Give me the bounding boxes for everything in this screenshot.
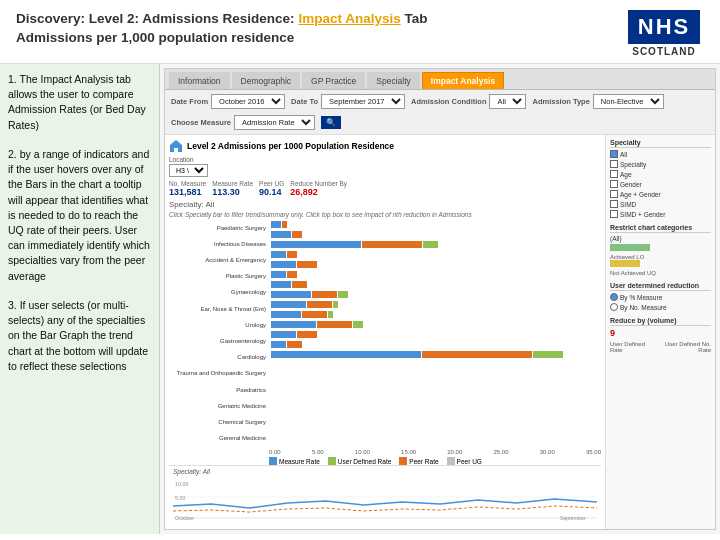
age-text: Age — [620, 171, 632, 178]
stats-row: No. Measure 131,581 Measure Rate 113.30 … — [169, 180, 601, 197]
reduce-by-title: Reduce by (volume) — [610, 317, 711, 326]
tab-gp-practice[interactable]: GP Practice — [302, 72, 365, 89]
bar-row-9[interactable] — [271, 310, 601, 319]
age-gender-checkbox[interactable] — [610, 190, 618, 198]
measure-label: Choose Measure — [171, 118, 231, 127]
achieved-lo-bar — [610, 244, 650, 251]
specialty-specialty-checkbox[interactable] — [610, 160, 618, 168]
measure-bar-3 — [271, 251, 286, 258]
bar-row-0[interactable] — [271, 220, 601, 229]
legend-peer-ug-label: Peer UG — [457, 458, 482, 465]
legend-udr: User Defined Rate — [328, 457, 391, 465]
by-measure-item[interactable]: By % Measure — [610, 293, 711, 301]
bar-row-4[interactable] — [271, 260, 601, 269]
date-to-label: Date To — [291, 97, 318, 106]
measure-bar-7 — [271, 291, 311, 298]
specialty-item[interactable]: Specialty — [610, 160, 711, 168]
title-highlight: Impact Analysis — [298, 11, 400, 26]
dashboard-controls: Date From October 2016 Date To September… — [165, 90, 715, 135]
achieved-lo-item[interactable] — [610, 244, 711, 252]
bar-label-7: Gastroenterology — [169, 338, 269, 345]
date-from-select[interactable]: October 2016 — [211, 94, 285, 109]
bar-row-11[interactable] — [271, 330, 601, 339]
age-gender-item[interactable]: Age + Gender — [610, 190, 711, 198]
measure-rate-stat: Measure Rate 113.30 — [212, 180, 253, 197]
by-no-measure-text: By No. Measure — [620, 304, 667, 311]
by-no-measure-item[interactable]: By No. Measure — [610, 303, 711, 311]
measure-bar-13 — [271, 351, 421, 358]
bar-label-6: Urology — [169, 322, 269, 329]
bar-row-5[interactable] — [271, 270, 601, 279]
reduce-value: 9 — [610, 328, 615, 338]
x-axis-label: 10.00 — [355, 449, 370, 455]
tab-specialty[interactable]: Specialty — [367, 72, 420, 89]
location-select[interactable]: H3 \ — [169, 164, 208, 177]
house-icon — [169, 139, 183, 153]
date-from-label: Date From — [171, 97, 208, 106]
legend-measure-dot — [269, 457, 277, 465]
specialty-all-checkbox[interactable] — [610, 150, 618, 158]
bar-row-8[interactable] — [271, 300, 601, 309]
bar-row-2[interactable] — [271, 240, 601, 249]
gender-checkbox[interactable] — [610, 180, 618, 188]
peer-bar-8 — [307, 301, 332, 308]
bar-row-1[interactable] — [271, 230, 601, 239]
chart-legend: Measure Rate User Defined Rate Peer Rate — [169, 457, 601, 465]
bar-row-13[interactable] — [271, 350, 601, 359]
measure-select[interactable]: Admission Rate — [234, 115, 315, 130]
search-button[interactable]: 🔍 — [321, 116, 341, 129]
measure-bar-11 — [271, 331, 296, 338]
left-panel: 1. The Impact Analysis tab allows the us… — [0, 64, 160, 534]
peer-ug-label: Peer UG — [259, 180, 284, 187]
right-panel: Information Demographic GP Practice Spec… — [160, 64, 720, 534]
bar-row-7[interactable] — [271, 290, 601, 299]
gender-item[interactable]: Gender — [610, 180, 711, 188]
measure-bar-1 — [271, 231, 291, 238]
simd-item[interactable]: SIMD — [610, 200, 711, 208]
admission-type-select[interactable]: Non-Elective — [593, 94, 664, 109]
bar-row-12[interactable] — [271, 340, 601, 349]
bar-label-1: Infectious Diseases — [169, 241, 269, 248]
tab-impact-analysis[interactable]: Impact Analysis — [422, 72, 504, 89]
specialty-all-text: All — [620, 151, 627, 158]
bar-row-3[interactable] — [271, 250, 601, 259]
tab-demographic[interactable]: Demographic — [232, 72, 301, 89]
peer-bar-9 — [302, 311, 327, 318]
peer-bar-0 — [282, 221, 287, 228]
peer-bar-5 — [287, 271, 297, 278]
peer-bar-3 — [287, 251, 297, 258]
tab-information[interactable]: Information — [169, 72, 230, 89]
reduce-stat: Reduce Number By 26,892 — [290, 180, 347, 197]
bar-chart-bars — [271, 220, 601, 447]
by-no-measure-radio[interactable] — [610, 303, 618, 311]
admission-condition-select[interactable]: All — [489, 94, 526, 109]
simd-gender-item[interactable]: SIMD + Gender — [610, 210, 711, 218]
simd-gender-checkbox[interactable] — [610, 210, 618, 218]
main-layout: 1. The Impact Analysis tab allows the us… — [0, 64, 720, 534]
bar-row-6[interactable] — [271, 280, 601, 289]
peer-bar-2 — [362, 241, 422, 248]
by-measure-radio[interactable] — [610, 293, 618, 301]
x-axis-label: 0.00 — [269, 449, 281, 455]
bar-row-10[interactable] — [271, 320, 601, 329]
specialty-all-item[interactable]: All — [610, 150, 711, 158]
legend-peer-ug-dot — [447, 457, 455, 465]
nhs-text: NHS — [628, 10, 700, 44]
date-to-select[interactable]: September 2017 — [321, 94, 405, 109]
by-measure-text: By % Measure — [620, 294, 662, 301]
chart-main-title: Level 2 Admissions per 1000 Population R… — [187, 141, 394, 151]
peer-bar-10 — [317, 321, 352, 328]
svg-text:October: October — [175, 515, 194, 521]
measure-bar-9 — [271, 311, 301, 318]
measure-bar-6 — [271, 281, 291, 288]
simd-checkbox[interactable] — [610, 200, 618, 208]
age-item[interactable]: Age — [610, 170, 711, 178]
age-checkbox[interactable] — [610, 170, 618, 178]
measure-bar-0 — [271, 221, 281, 228]
admission-type-group: Admission Type Non-Elective — [532, 94, 663, 109]
bar-chart-labels: Paediatric SurgeryInfectious DiseasesAcc… — [169, 220, 269, 447]
trend-title: Specialty: All — [173, 468, 597, 475]
peer-bar-7 — [312, 291, 337, 298]
simd-text: SIMD — [620, 201, 636, 208]
not-achieved-uq-item[interactable] — [610, 260, 711, 268]
